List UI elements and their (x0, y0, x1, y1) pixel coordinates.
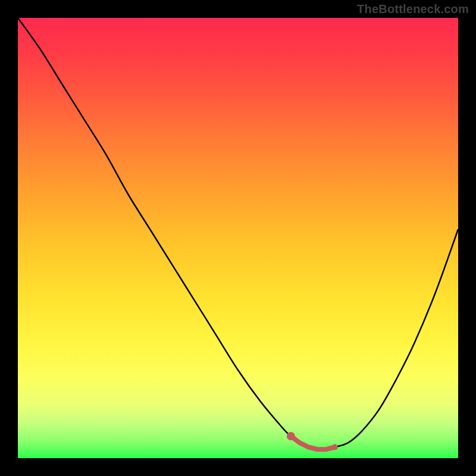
watermark-text: TheBottleneck.com (357, 2, 469, 16)
optimal-range-markers (287, 432, 338, 450)
chart-container: TheBottleneck.com (0, 0, 476, 476)
chart-svg (18, 18, 458, 458)
bottleneck-curve (18, 18, 458, 450)
plot-area (18, 18, 458, 458)
highlight-point (332, 444, 338, 450)
highlight-point (287, 432, 295, 440)
